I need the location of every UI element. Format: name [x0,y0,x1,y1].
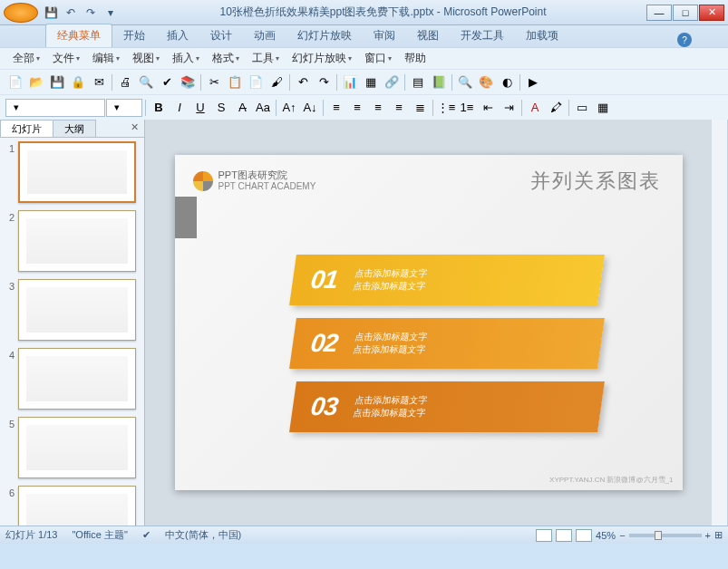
tab-developer[interactable]: 开发工具 [450,24,515,47]
permission-icon[interactable]: 🔒 [68,72,88,92]
sorter-view-icon[interactable] [556,529,572,542]
font-family-combo[interactable]: ▾ [5,99,105,117]
close-button[interactable]: ✕ [699,5,724,21]
tab-animation[interactable]: 动画 [243,24,286,47]
menu-tools[interactable]: 工具▾ [247,49,285,68]
color-icon[interactable]: 🎨 [476,72,496,92]
redo-icon[interactable]: ↷ [82,4,100,22]
preview-icon[interactable]: 🔍 [136,72,156,92]
italic-icon[interactable]: I [170,98,189,118]
indent-inc-icon[interactable]: ⇥ [499,98,519,118]
hyperlink-icon[interactable]: 🔗 [382,72,402,92]
thumbnail-3[interactable]: 3 [4,279,141,341]
tab-home[interactable]: 开始 [112,24,156,47]
normal-view-icon[interactable] [536,529,552,542]
scrollbar-vertical[interactable] [712,120,728,526]
align-center-icon[interactable]: ≡ [347,98,367,118]
thumbnail-1[interactable]: 1 [4,141,141,203]
zoom-out-icon[interactable]: − [619,530,625,541]
help-icon[interactable]: ? [677,33,692,47]
thumbnail-6[interactable]: 6 [4,486,141,526]
language-indicator[interactable]: 中文(简体，中国) [165,528,241,542]
maximize-button[interactable]: □ [673,5,698,21]
email-icon[interactable]: ✉ [89,72,109,92]
excel-icon[interactable]: 📗 [429,72,449,92]
tab-design[interactable]: 设计 [199,24,243,47]
tab-addins[interactable]: 加载项 [515,24,569,47]
open-icon[interactable]: 📂 [26,72,46,92]
slide-editor[interactable]: PPT图表研究院 PPT CHART ACADEMY 并列关系图表 01 点击添… [145,120,712,526]
paste-icon[interactable]: 📄 [246,72,266,92]
cut-icon[interactable]: ✂ [204,72,224,92]
tab-view[interactable]: 视图 [406,24,450,47]
tables-icon[interactable]: ▤ [408,72,428,92]
spell-icon[interactable]: ✔ [157,72,177,92]
slideshow-icon[interactable]: ▶ [523,72,543,92]
undo-icon[interactable]: ↶ [62,4,80,22]
copy-icon[interactable]: 📋 [225,72,245,92]
thumbnail-5[interactable]: 5 [4,417,141,478]
spell-check-icon[interactable]: ✔ [142,529,150,541]
menu-format[interactable]: 格式▾ [207,49,245,68]
workspace: 幻灯片 大纲 ✕ 1 2 3 4 5 6 PPT图表研究院 PPT CHART … [0,120,728,526]
format-painter-icon[interactable]: 🖌 [267,72,286,92]
font-size-combo[interactable]: ▾ [106,99,142,117]
chart-icon[interactable]: 📊 [340,72,360,92]
undo-icon[interactable]: ↶ [293,72,313,92]
menu-slideshow[interactable]: 幻灯片放映▾ [286,49,357,68]
zoom-value[interactable]: 45% [596,530,616,541]
justify-icon[interactable]: ≡ [389,98,409,118]
tab-insert[interactable]: 插入 [156,24,199,47]
print-icon[interactable]: 🖨 [115,72,135,92]
align-left-icon[interactable]: ≡ [326,98,346,118]
zoom-in-icon[interactable]: + [705,530,711,541]
save-icon[interactable]: 💾 [47,72,67,92]
font-color-icon[interactable]: A [525,98,545,118]
menu-window[interactable]: 窗口▾ [359,49,397,68]
outline-tab[interactable]: 大纲 [53,120,96,137]
bullets-icon[interactable]: ⋮≡ [436,98,456,118]
strike-icon[interactable]: A̶ [232,98,252,118]
slideshow-view-icon[interactable] [576,529,592,542]
highlight-icon[interactable]: 🖍 [546,98,566,118]
current-slide[interactable]: PPT图表研究院 PPT CHART ACADEMY 并列关系图表 01 点击添… [175,155,683,490]
research-icon[interactable]: 📚 [178,72,198,92]
menu-view[interactable]: 视图▾ [127,49,165,68]
table-icon[interactable]: ▦ [361,72,381,92]
layout-icon[interactable]: ▦ [593,98,613,118]
new-slide-icon[interactable]: ▭ [572,98,592,118]
grayscale-icon[interactable]: ◐ [497,72,517,92]
menu-insert[interactable]: 插入▾ [167,49,205,68]
indent-dec-icon[interactable]: ⇤ [478,98,498,118]
panel-close-icon[interactable]: ✕ [125,120,144,137]
align-right-icon[interactable]: ≡ [368,98,388,118]
thumbnail-4[interactable]: 4 [4,348,141,410]
menu-all[interactable]: 全部▾ [7,49,45,68]
zoom-slider[interactable] [629,534,702,537]
new-icon[interactable]: 📄 [5,72,25,92]
menu-help[interactable]: 帮助 [399,49,432,68]
shrink-font-icon[interactable]: A↓ [300,98,320,118]
fit-window-icon[interactable]: ⊞ [714,529,723,541]
change-case-icon[interactable]: Aa [253,98,273,118]
tab-review[interactable]: 审阅 [363,24,406,47]
tab-classic-menu[interactable]: 经典菜单 [45,24,112,47]
grow-font-icon[interactable]: A↑ [279,98,299,118]
qat-dropdown-icon[interactable]: ▾ [102,4,120,22]
menu-file[interactable]: 文件▾ [47,49,85,68]
menu-edit[interactable]: 编辑▾ [87,49,125,68]
minimize-button[interactable]: — [646,5,672,21]
underline-icon[interactable]: U [190,98,210,118]
distribute-icon[interactable]: ≣ [410,98,430,118]
tab-slideshow[interactable]: 幻灯片放映 [286,24,363,47]
zoom-in-icon[interactable]: 🔍 [455,72,475,92]
office-button[interactable] [4,3,38,23]
slides-tab[interactable]: 幻灯片 [0,120,53,137]
save-icon[interactable]: 💾 [42,4,60,22]
thumbnails-list[interactable]: 1 2 3 4 5 6 [0,138,144,526]
redo-icon[interactable]: ↷ [314,72,334,92]
shadow-icon[interactable]: S [211,98,231,118]
bold-icon[interactable]: B [149,98,169,118]
thumbnail-2[interactable]: 2 [4,210,141,272]
numbering-icon[interactable]: 1≡ [457,98,477,118]
